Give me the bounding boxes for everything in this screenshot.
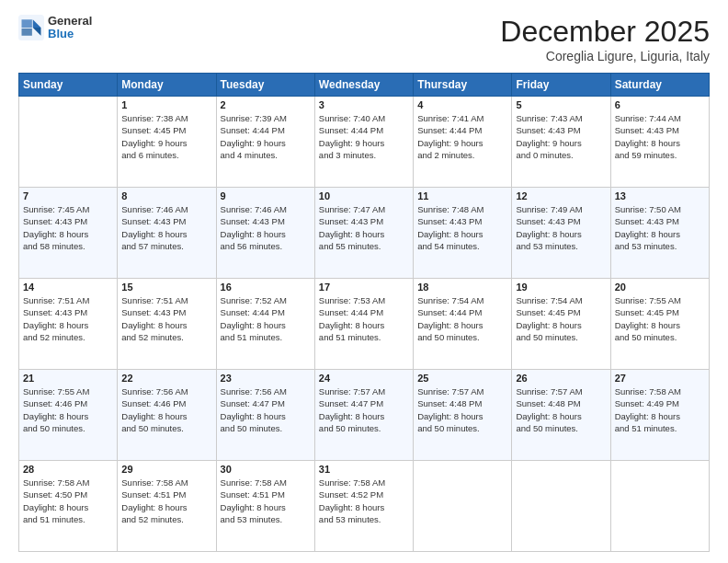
calendar-cell: 7Sunrise: 7:45 AMSunset: 4:43 PMDaylight…	[19, 188, 118, 279]
day-number: 14	[23, 282, 113, 293]
cell-info-line: Sunset: 4:44 PM	[319, 124, 409, 136]
day-number: 2	[221, 99, 311, 110]
cell-info-line: and 4 minutes.	[221, 149, 311, 161]
cell-info-line: Sunset: 4:43 PM	[23, 306, 113, 318]
cell-info-line: and 55 minutes.	[319, 240, 409, 252]
cell-info-line: Sunrise: 7:47 AM	[319, 203, 409, 215]
calendar-cell: 25Sunrise: 7:57 AMSunset: 4:48 PMDayligh…	[414, 370, 512, 461]
cell-info-line: Daylight: 8 hours	[221, 228, 311, 240]
cell-info-line: and 50 minutes.	[516, 422, 606, 434]
cell-info-line: Sunset: 4:48 PM	[516, 397, 606, 409]
calendar-cell: 30Sunrise: 7:58 AMSunset: 4:51 PMDayligh…	[216, 461, 314, 552]
cell-info-line: Sunset: 4:43 PM	[417, 215, 507, 227]
cell-info-line: and 50 minutes.	[615, 331, 705, 343]
cell-info-line: Sunrise: 7:48 AM	[417, 203, 507, 215]
column-header-tuesday: Tuesday	[216, 74, 314, 97]
cell-info-line: Sunset: 4:44 PM	[417, 306, 507, 318]
day-number: 28	[23, 464, 113, 475]
cell-info-line: Sunrise: 7:51 AM	[121, 294, 211, 306]
cell-info-line: and 52 minutes.	[121, 331, 211, 343]
cell-info-line: Daylight: 8 hours	[516, 410, 606, 422]
cell-info-line: Daylight: 8 hours	[121, 501, 211, 513]
cell-info-line: and 50 minutes.	[417, 422, 507, 434]
cell-info-line: Daylight: 8 hours	[417, 228, 507, 240]
calendar-cell: 22Sunrise: 7:56 AMSunset: 4:46 PMDayligh…	[118, 370, 216, 461]
svg-rect-4	[22, 29, 32, 36]
column-header-sunday: Sunday	[19, 74, 118, 97]
cell-info-line: Daylight: 8 hours	[319, 410, 409, 422]
cell-info-line: Sunset: 4:47 PM	[319, 397, 409, 409]
calendar-cell: 6Sunrise: 7:44 AMSunset: 4:43 PMDaylight…	[610, 97, 709, 188]
cell-info-line: and 0 minutes.	[516, 149, 606, 161]
svg-rect-3	[22, 20, 32, 29]
cell-info-line: Sunset: 4:44 PM	[417, 124, 507, 136]
day-number: 11	[417, 190, 507, 201]
calendar-cell: 9Sunrise: 7:46 AMSunset: 4:43 PMDaylight…	[216, 188, 314, 279]
cell-info-line: and 51 minutes.	[615, 422, 705, 434]
day-number: 5	[516, 99, 606, 110]
cell-info-line: and 52 minutes.	[23, 331, 113, 343]
column-header-saturday: Saturday	[610, 74, 709, 97]
calendar-cell: 3Sunrise: 7:40 AMSunset: 4:44 PMDaylight…	[314, 97, 413, 188]
day-number: 3	[319, 99, 409, 110]
cell-info-line: Daylight: 8 hours	[615, 228, 705, 240]
cell-info-line: Sunset: 4:48 PM	[417, 397, 507, 409]
column-header-monday: Monday	[118, 74, 216, 97]
cell-info-line: Sunset: 4:43 PM	[319, 215, 409, 227]
calendar-cell: 15Sunrise: 7:51 AMSunset: 4:43 PMDayligh…	[118, 279, 216, 370]
day-number: 27	[615, 373, 705, 384]
calendar-cell: 11Sunrise: 7:48 AMSunset: 4:43 PMDayligh…	[414, 188, 512, 279]
cell-info-line: and 6 minutes.	[121, 149, 211, 161]
cell-info-line: Sunrise: 7:56 AM	[221, 385, 311, 397]
calendar-cell: 26Sunrise: 7:57 AMSunset: 4:48 PMDayligh…	[512, 370, 610, 461]
cell-info-line: and 51 minutes.	[319, 331, 409, 343]
day-number: 6	[615, 99, 705, 110]
cell-info-line: and 56 minutes.	[221, 240, 311, 252]
cell-info-line: Sunset: 4:44 PM	[319, 306, 409, 318]
cell-info-line: and 59 minutes.	[615, 149, 705, 161]
cell-info-line: and 51 minutes.	[23, 513, 113, 525]
cell-info-line: Sunset: 4:45 PM	[121, 124, 211, 136]
cell-info-line: Daylight: 8 hours	[23, 228, 113, 240]
cell-info-line: and 58 minutes.	[23, 240, 113, 252]
logo: General Blue	[18, 15, 92, 41]
cell-info-line: Daylight: 9 hours	[417, 137, 507, 149]
calendar-header-row: SundayMondayTuesdayWednesdayThursdayFrid…	[19, 74, 710, 97]
cell-info-line: and 2 minutes.	[417, 149, 507, 161]
column-header-friday: Friday	[512, 74, 610, 97]
cell-info-line: Sunrise: 7:57 AM	[319, 385, 409, 397]
calendar-cell: 16Sunrise: 7:52 AMSunset: 4:44 PMDayligh…	[216, 279, 314, 370]
cell-info-line: Daylight: 8 hours	[615, 319, 705, 331]
cell-info-line: Daylight: 8 hours	[221, 501, 311, 513]
calendar-cell: 8Sunrise: 7:46 AMSunset: 4:43 PMDaylight…	[118, 188, 216, 279]
month-title: December 2025	[500, 15, 710, 49]
cell-info-line: Daylight: 9 hours	[319, 137, 409, 149]
cell-info-line: and 50 minutes.	[221, 422, 311, 434]
cell-info-line: Daylight: 8 hours	[319, 228, 409, 240]
calendar-cell: 28Sunrise: 7:58 AMSunset: 4:50 PMDayligh…	[19, 461, 118, 552]
cell-info-line: Daylight: 9 hours	[121, 137, 211, 149]
cell-info-line: Daylight: 8 hours	[121, 228, 211, 240]
cell-info-line: Sunrise: 7:54 AM	[516, 294, 606, 306]
cell-info-line: and 50 minutes.	[23, 422, 113, 434]
cell-info-line: Daylight: 9 hours	[221, 137, 311, 149]
day-number: 23	[221, 373, 311, 384]
calendar-cell: 21Sunrise: 7:55 AMSunset: 4:46 PMDayligh…	[19, 370, 118, 461]
cell-info-line: Sunset: 4:43 PM	[516, 124, 606, 136]
calendar-week-row: 28Sunrise: 7:58 AMSunset: 4:50 PMDayligh…	[19, 461, 710, 552]
day-number: 1	[121, 99, 211, 110]
logo-icon	[18, 15, 44, 40]
calendar-cell: 31Sunrise: 7:58 AMSunset: 4:52 PMDayligh…	[314, 461, 413, 552]
cell-info-line: Sunrise: 7:49 AM	[516, 203, 606, 215]
logo-blue: Blue	[48, 28, 92, 40]
cell-info-line: Sunset: 4:51 PM	[121, 488, 211, 500]
calendar-week-row: 1Sunrise: 7:38 AMSunset: 4:45 PMDaylight…	[19, 97, 710, 188]
cell-info-line: Daylight: 9 hours	[516, 137, 606, 149]
day-number: 22	[121, 373, 211, 384]
day-number: 15	[121, 282, 211, 293]
logo-text: General Blue	[48, 15, 92, 41]
cell-info-line: Sunset: 4:52 PM	[319, 488, 409, 500]
cell-info-line: and 50 minutes.	[121, 422, 211, 434]
cell-info-line: Sunset: 4:45 PM	[516, 306, 606, 318]
calendar-cell: 13Sunrise: 7:50 AMSunset: 4:43 PMDayligh…	[610, 188, 709, 279]
